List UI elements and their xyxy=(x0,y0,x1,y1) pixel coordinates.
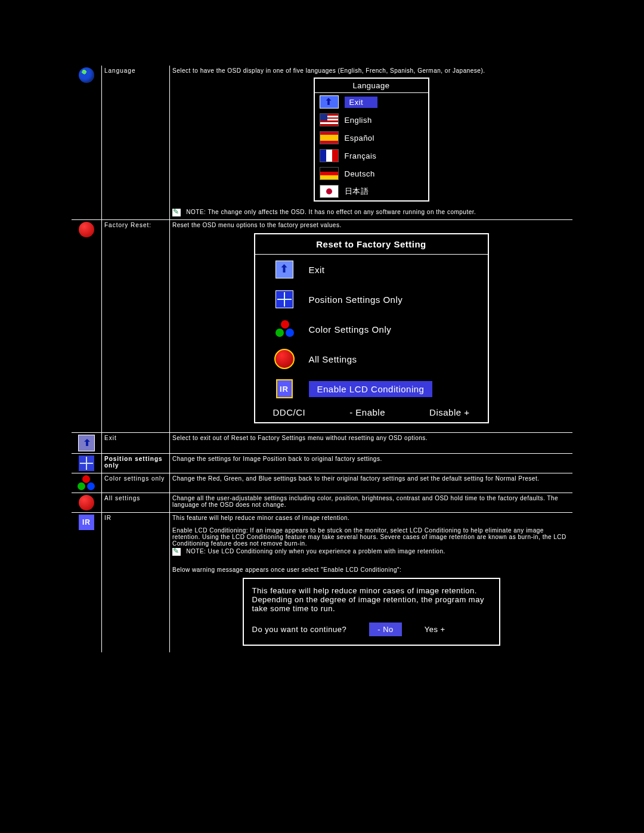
label-position-settings: Position settings only xyxy=(102,454,170,473)
position-arrows-icon xyxy=(79,456,94,471)
desc-exit: Select to exit out of Reset to Factory S… xyxy=(170,433,573,454)
exit-icon xyxy=(320,95,339,109)
note-icon xyxy=(172,548,181,556)
lcd-conditioning-warning-dialog: This feature will help reduce minor case… xyxy=(243,578,500,646)
red-dot-icon xyxy=(79,495,94,510)
label-factory-reset: Factory Reset: xyxy=(102,220,170,433)
language-item-espanol[interactable]: Español xyxy=(315,129,428,147)
factory-item-exit[interactable]: Exit xyxy=(255,255,488,284)
row-factory-reset: Factory Reset: Reset the OSD menu option… xyxy=(72,220,572,433)
desc-ir-1: This feature will help reduce minor case… xyxy=(172,515,570,521)
row-exit: Exit Select to exit out of Reset to Fact… xyxy=(72,433,572,454)
factory-item-color[interactable]: Color Settings Only xyxy=(255,314,488,344)
desc-all-settings: Change all the user-adjustable settings … xyxy=(170,493,573,513)
exit-icon xyxy=(276,261,293,278)
desc-color-settings: Change the Red, Green, and Blue settings… xyxy=(170,473,573,493)
red-dot-icon xyxy=(79,222,94,237)
label-all-settings: All settings xyxy=(102,493,170,513)
note-ir: NOTE: Use LCD Conditioning only when you… xyxy=(186,548,445,555)
desc-language: Select to have the OSD display in one of… xyxy=(172,67,570,74)
osd-factory-dialog: Reset to Factory Setting Exit Position S… xyxy=(254,233,489,423)
no-button[interactable]: - No xyxy=(369,623,402,636)
flag-es-icon xyxy=(320,131,339,144)
factory-item-all[interactable]: All Settings xyxy=(255,344,488,374)
label-exit: Exit xyxy=(102,433,170,454)
flag-fr-icon xyxy=(320,149,339,162)
note-language: NOTE: The change only affects the OSD. I… xyxy=(186,209,476,215)
ddc-enable[interactable]: - Enable xyxy=(349,407,385,417)
rgb-dots-icon xyxy=(275,320,293,338)
label-ir: IR xyxy=(102,513,170,653)
ir-icon: IR xyxy=(276,379,293,398)
language-item-francais[interactable]: Français xyxy=(315,147,428,165)
row-language: Language Select to have the OSD display … xyxy=(72,66,572,220)
row-position-settings: Position settings only Change the settin… xyxy=(72,454,572,473)
row-color-settings: Color settings only Change the Red, Gree… xyxy=(72,473,572,493)
label-color-settings: Color settings only xyxy=(102,473,170,493)
desc-factory-reset: Reset the OSD menu options to the factor… xyxy=(172,222,570,228)
position-arrows-icon xyxy=(276,291,293,308)
language-item-exit[interactable]: Exit xyxy=(315,93,428,111)
language-item-english[interactable]: English xyxy=(315,111,428,129)
ddc-disable[interactable]: Disable + xyxy=(429,407,469,417)
globe-icon xyxy=(79,67,94,83)
row-all-settings: All settings Change all the user-adjusta… xyxy=(72,493,572,513)
ir-icon: IR xyxy=(79,515,94,530)
flag-us-icon xyxy=(320,113,339,126)
rgb-dots-icon xyxy=(78,475,95,491)
warning-prompt: Do you want to continue? xyxy=(252,625,347,634)
osd-language-menu: Language Exit English Español Français D… xyxy=(314,78,429,202)
document-page: Language Select to have the OSD display … xyxy=(0,0,644,700)
exit-icon xyxy=(78,435,95,451)
flag-jp-icon xyxy=(320,185,339,198)
row-ir: IR IR This feature will help reduce mino… xyxy=(72,513,572,653)
language-item-deutsch[interactable]: Deutsch xyxy=(315,165,428,182)
flag-de-icon xyxy=(320,167,339,180)
note-icon xyxy=(172,209,181,216)
osd-factory-title: Reset to Factory Setting xyxy=(255,234,488,255)
label-language: Language xyxy=(102,66,170,220)
factory-item-lcd-conditioning[interactable]: IR Enable LCD Conditioning xyxy=(255,374,488,404)
yes-button[interactable]: Yes + xyxy=(425,625,445,634)
factory-item-position[interactable]: Position Settings Only xyxy=(255,284,488,314)
desc-position-settings: Change the settings for Image Position b… xyxy=(170,454,573,473)
language-item-japanese[interactable]: 日本語 xyxy=(315,182,428,200)
ddc-label: DDC/CI xyxy=(273,407,306,417)
warning-body: This feature will help reduce minor case… xyxy=(252,586,491,613)
factory-ddc-row[interactable]: DDC/CI - Enable Disable + xyxy=(255,404,488,417)
osd-language-title: Language xyxy=(315,79,428,93)
red-circle-icon xyxy=(274,349,295,369)
desc-ir-2: Enable LCD Conditioning: If an image app… xyxy=(172,527,570,547)
warning-intro: Below warning message appears once user … xyxy=(172,566,570,573)
